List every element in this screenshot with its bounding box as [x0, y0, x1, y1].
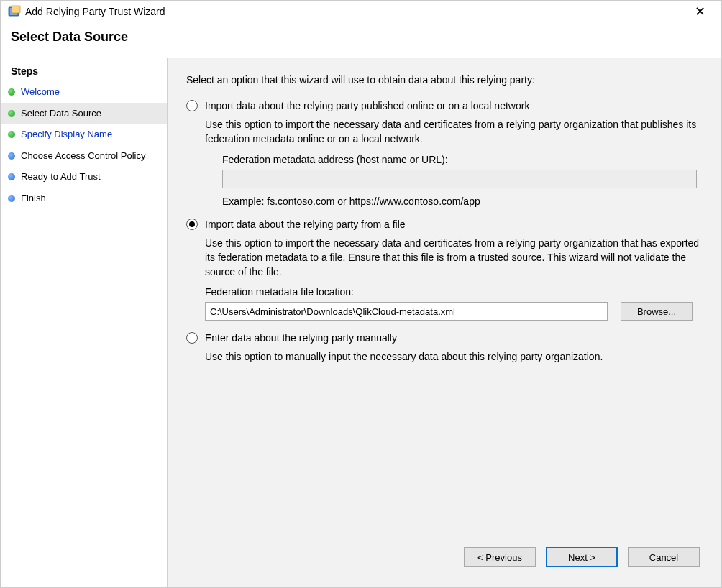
- step-bullet-icon: [8, 152, 15, 160]
- radio-icon: [186, 332, 198, 344]
- step-label: Select Data Source: [21, 107, 101, 120]
- step-select-data-source[interactable]: Select Data Source: [1, 103, 167, 124]
- instruction-text: Select an option that this wizard will u…: [186, 74, 703, 86]
- option-import-file: Import data about the relying party from…: [186, 219, 703, 321]
- page-title: Select Data Source: [11, 29, 711, 45]
- metadata-file-block: Federation metadata file location: Brows…: [205, 286, 703, 321]
- field-label: Federation metadata file location:: [205, 286, 703, 298]
- previous-button[interactable]: < Previous: [464, 547, 536, 567]
- radio-label: Import data about the relying party publ…: [205, 100, 529, 111]
- radio-icon: [186, 219, 198, 230]
- radio-manual[interactable]: Enter data about the relying party manua…: [186, 332, 703, 344]
- option-desc: Use this option to import the necessary …: [205, 117, 703, 147]
- metadata-file-input[interactable]: [205, 302, 608, 321]
- example-text: Example: fs.contoso.com or https://www.c…: [222, 196, 697, 207]
- step-label: Specify Display Name: [21, 128, 112, 141]
- file-row: Browse...: [205, 302, 703, 321]
- step-ready-to-add-trust[interactable]: Ready to Add Trust: [1, 166, 167, 188]
- next-button[interactable]: Next >: [546, 547, 618, 567]
- option-manual: Enter data about the relying party manua…: [186, 332, 703, 364]
- radio-icon: [186, 100, 198, 111]
- steps-sidebar: Steps Welcome Select Data Source Specify…: [1, 58, 168, 587]
- step-choose-access-control-policy[interactable]: Choose Access Control Policy: [1, 145, 167, 167]
- option-desc: Use this option to manually input the ne…: [205, 349, 703, 364]
- step-label: Welcome: [21, 86, 60, 98]
- svg-rect-1: [12, 6, 20, 13]
- metadata-address-input: [222, 170, 697, 188]
- option-desc: Use this option to import the necessary …: [205, 236, 703, 280]
- step-bullet-icon: [8, 173, 15, 180]
- step-bullet-icon: [8, 131, 15, 138]
- step-bullet-icon: [8, 195, 15, 202]
- radio-label: Enter data about the relying party manua…: [205, 332, 397, 344]
- footer: < Previous Next > Cancel: [186, 534, 703, 576]
- radio-label: Import data about the relying party from…: [205, 219, 406, 230]
- step-label: Choose Access Control Policy: [21, 150, 145, 162]
- radio-import-file[interactable]: Import data about the relying party from…: [186, 219, 703, 230]
- radio-import-online[interactable]: Import data about the relying party publ…: [186, 100, 703, 111]
- content-panel: Select an option that this wizard will u…: [168, 58, 721, 587]
- step-specify-display-name[interactable]: Specify Display Name: [1, 124, 167, 145]
- content-inner: Select an option that this wizard will u…: [186, 74, 703, 534]
- step-welcome[interactable]: Welcome: [1, 81, 167, 103]
- field-label: Federation metadata address (host name o…: [222, 154, 697, 165]
- step-finish[interactable]: Finish: [1, 188, 167, 209]
- step-bullet-icon: [8, 88, 15, 96]
- body: Steps Welcome Select Data Source Specify…: [1, 58, 721, 587]
- step-label: Finish: [21, 192, 46, 205]
- window-title: Add Relying Party Trust Wizard: [25, 6, 685, 17]
- metadata-address-block: Federation metadata address (host name o…: [222, 154, 697, 207]
- browse-button[interactable]: Browse...: [621, 302, 693, 321]
- header: Select Data Source: [1, 21, 721, 58]
- steps-heading: Steps: [1, 64, 167, 81]
- titlebar: Add Relying Party Trust Wizard ✕: [1, 1, 721, 21]
- option-import-online: Import data about the relying party publ…: [186, 100, 703, 207]
- cancel-button[interactable]: Cancel: [628, 547, 700, 567]
- close-button[interactable]: ✕: [685, 5, 714, 18]
- app-icon: [8, 5, 21, 18]
- wizard-window: Add Relying Party Trust Wizard ✕ Select …: [0, 0, 722, 588]
- step-label: Ready to Add Trust: [21, 170, 101, 183]
- step-bullet-icon: [8, 110, 15, 117]
